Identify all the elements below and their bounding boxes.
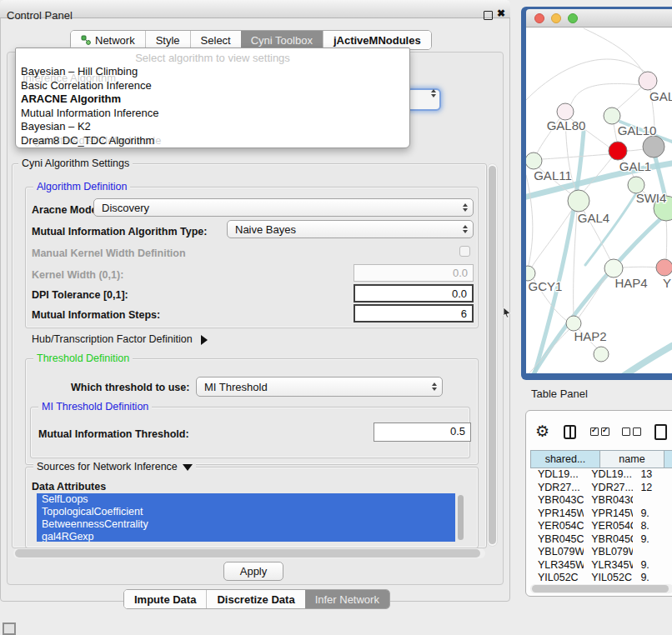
network-node-gal1[interactable] <box>609 142 627 160</box>
dropdown-item-basic-correlation-inference[interactable]: Basic Correlation Inference <box>21 79 406 93</box>
table-row[interactable]: YER054CYER054C8. <box>530 520 672 533</box>
aracne-mode-label: Aracne Mode: <box>32 204 101 216</box>
data-attributes-label: Data Attributes <box>32 481 106 492</box>
table-row[interactable]: YBR043CYBR043C <box>530 494 672 508</box>
attribute-item-betweennesscentrality[interactable]: BetweennessCentrality <box>37 518 455 531</box>
hub-definition-toggle[interactable]: Hub/Transcription Factor Definition <box>32 333 208 345</box>
mouse-cursor-icon <box>503 307 513 318</box>
aracne-mode-combo[interactable]: Discovery <box>93 198 474 217</box>
cyni-algorithm-settings-title: Cyni Algorithm Settings <box>18 158 133 169</box>
attribute-item-gal4rgexp[interactable]: gal4RGexp <box>37 531 455 542</box>
table-cell: YBR043C <box>584 494 633 508</box>
network-node-gal[interactable] <box>639 72 657 90</box>
stepper-icon <box>463 225 468 233</box>
tab-discretize-data[interactable]: Discretize Data <box>206 590 304 608</box>
minimize-window-icon[interactable] <box>551 13 561 23</box>
network-node-gal4[interactable] <box>568 190 589 212</box>
dropdown-prompt: Select algorithm to view settings <box>16 52 409 64</box>
network-canvas[interactable]: GALGAL80GAL10GAL1GAL11SWI4GAL4GCY1HAP4YH… <box>526 28 672 373</box>
table-row[interactable]: YBL079WYBL079W <box>530 546 672 559</box>
which-threshold-combo[interactable]: MI Threshold <box>196 377 443 397</box>
dropdown-item-mutual-information-inference[interactable]: Mutual Information Inference <box>21 107 406 121</box>
manual-kernel-width-checkbox[interactable] <box>459 246 470 257</box>
column-header-extra[interactable] <box>664 450 672 468</box>
network-window-titlebar[interactable] <box>526 9 672 28</box>
tab-label: Infer Network <box>315 593 379 606</box>
tab-network[interactable]: Network <box>71 31 145 49</box>
attribute-item-selfloops[interactable]: SelfLoops <box>37 493 455 506</box>
close-window-icon[interactable] <box>534 13 544 23</box>
close-icon[interactable]: ✖ <box>497 8 505 19</box>
kernel-width-label: Kernel Width (0,1): <box>32 269 123 281</box>
network-node-label: GAL10 <box>618 123 657 138</box>
table-cell: 9. <box>633 508 672 521</box>
dropdown-item-dream8-dc-tdc-algorithm[interactable]: Dream8 DC_TDC Algorithm <box>21 134 406 148</box>
network-edge <box>570 83 640 106</box>
mi-algorithm-type-combo[interactable]: Naive Bayes <box>227 220 474 238</box>
collapse-arrow-icon <box>183 464 193 471</box>
network-node-label: SWI4 <box>636 191 667 205</box>
tab-select[interactable]: Select <box>190 31 241 49</box>
column-header-name[interactable]: name <box>600 450 664 468</box>
network-node-y[interactable] <box>656 259 672 276</box>
network-edge <box>623 267 657 268</box>
table-row[interactable]: YDL19...YDL19...13 <box>530 468 672 482</box>
table-row[interactable]: YPR145WYPR145W9. <box>530 508 672 521</box>
network-node-gal11[interactable] <box>526 152 542 169</box>
attributes-list-scrollbar[interactable] <box>457 493 464 542</box>
inference-algorithm-combo-fragment[interactable] <box>406 88 441 111</box>
table-cell: YIL052C <box>584 572 633 583</box>
tab-impute-data[interactable]: Impute Data <box>124 590 206 608</box>
table-cell: YPR145W <box>584 508 633 521</box>
network-edge <box>542 154 609 159</box>
zoom-window-icon[interactable] <box>568 13 578 23</box>
table-row[interactable]: YIL052CYIL052C9. <box>530 572 672 583</box>
network-node[interactable] <box>643 136 664 158</box>
table-cell: YER054C <box>584 520 633 533</box>
network-node-gal10[interactable] <box>604 108 620 124</box>
kernel-width-field[interactable]: 0.0 <box>354 264 474 282</box>
mi-steps-field[interactable]: 6 <box>354 304 474 322</box>
table-row[interactable]: YDR27...YDR27...12 <box>530 482 672 495</box>
network-node-hap4[interactable] <box>604 259 623 278</box>
table-rows: YDL19...YDL19...13YDR27...YDR27...12YBR0… <box>530 468 672 583</box>
unchecked-checkboxes-icon[interactable] <box>622 428 641 436</box>
document-icon[interactable] <box>654 424 667 440</box>
settings-vertical-scrollbar[interactable] <box>487 163 498 547</box>
network-node[interactable] <box>594 347 609 362</box>
dropdown-item-bayesian-hill-climbing[interactable]: Bayesian – Hill Climbing <box>21 65 406 79</box>
stepper-icon <box>432 382 437 391</box>
dpi-tolerance-field[interactable]: 0.0 <box>354 284 474 302</box>
table-row[interactable]: YLR345WYLR345W9. <box>530 559 672 572</box>
table-cell: YLR345W <box>530 559 584 572</box>
dropdown-item-aracne-algorithm[interactable]: ARACNE Algorithm <box>21 92 406 107</box>
network-node-label: GAL80 <box>547 118 586 132</box>
column-header-shared...[interactable]: shared... <box>530 450 600 468</box>
apply-button[interactable]: Apply <box>223 562 283 581</box>
mi-threshold-label: Mutual Information Threshold: <box>38 428 189 440</box>
sources-title[interactable]: Sources for Network Inference <box>33 461 196 472</box>
collapsed-panel-icon[interactable] <box>3 622 16 635</box>
settings-horizontal-scrollbar[interactable] <box>13 548 485 558</box>
control-panel-titlebar[interactable] <box>0 0 510 18</box>
float-window-icon[interactable] <box>484 11 493 20</box>
tab-style[interactable]: Style <box>145 31 190 49</box>
dropdown-items: Bayesian – Hill ClimbingBasic Correlatio… <box>21 65 406 148</box>
table-row[interactable]: YBR045CYBR045C9. <box>530 533 672 547</box>
network-node-label: GAL11 <box>534 168 572 182</box>
attribute-item-topologicalcoefficient[interactable]: TopologicalCoefficient <box>37 506 455 518</box>
checked-checkboxes-icon[interactable] <box>590 428 609 436</box>
gear-icon[interactable]: ⚙ <box>535 422 549 441</box>
mi-threshold-field[interactable]: 0.5 <box>374 422 471 442</box>
tab-infer-network[interactable]: Infer Network <box>305 590 389 608</box>
network-edge <box>619 346 672 373</box>
network-edge <box>585 193 636 265</box>
network-edge <box>614 124 617 142</box>
split-columns-icon[interactable] <box>564 425 576 439</box>
tab-jactivemnodules[interactable]: jActiveMNodules <box>323 31 431 49</box>
network-edge <box>526 175 533 265</box>
dropdown-item-bayesian-k2[interactable]: Bayesian – K2 <box>21 120 406 134</box>
table-horizontal-scrollbar[interactable] <box>530 584 672 593</box>
network-node-gal80[interactable] <box>557 103 574 120</box>
tab-cyni-toolbox[interactable]: Cyni Toolbox <box>241 31 323 49</box>
